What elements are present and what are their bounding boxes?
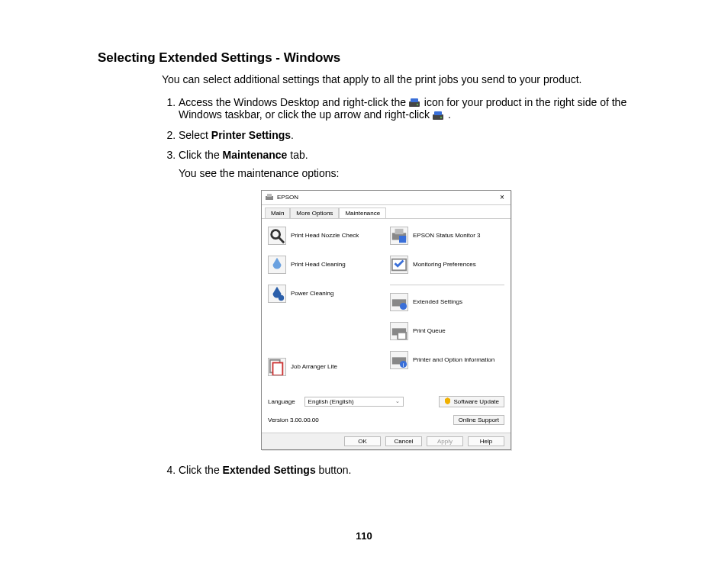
ok-button[interactable]: OK: [344, 436, 381, 446]
product-taskbar-icon: [409, 98, 421, 108]
step-3: Click the Maintenance tab. You see the m…: [179, 149, 630, 450]
svg-line-9: [279, 236, 284, 242]
head-cleaning-button[interactable]: Print Head Cleaning: [268, 256, 382, 274]
svg-rect-15: [399, 236, 406, 243]
step-4-text-c: button.: [316, 464, 352, 476]
language-select[interactable]: English (English) ⌄: [304, 397, 404, 407]
printer-icon: [265, 193, 274, 202]
head-cleaning-icon: [268, 256, 286, 274]
svg-rect-12: [273, 362, 283, 375]
monitoring-pref-icon: [390, 256, 408, 274]
nozzle-check-icon: [268, 227, 286, 245]
product-taskbar-icon-2: [433, 111, 445, 121]
status-monitor-label: EPSON Status Monitor 3: [413, 232, 480, 239]
step-1-text-a: Access the Windows Desktop and right-cli…: [179, 96, 409, 108]
head-cleaning-label: Print Head Cleaning: [291, 261, 346, 268]
step-4-text-a: Click the: [179, 464, 223, 476]
print-queue-icon: [390, 322, 408, 340]
step-2: Select Printer Settings.: [179, 129, 630, 141]
extended-settings-button[interactable]: Extended Settings: [390, 293, 504, 311]
step-4-bold: Extended Settings: [223, 464, 316, 476]
step-2-bold: Printer Settings: [211, 129, 291, 141]
cancel-button[interactable]: Cancel: [385, 436, 422, 446]
svg-rect-20: [398, 332, 406, 339]
print-queue-button[interactable]: Print Queue: [390, 322, 504, 340]
power-cleaning-icon: [268, 285, 286, 303]
printer-info-button[interactable]: i Printer and Option Information: [390, 351, 504, 369]
dialog-tabs: Main More Options Maintenance: [265, 208, 511, 218]
version-text: Version 3.00.00.00: [268, 417, 319, 423]
step-3-bold: Maintenance: [223, 149, 288, 161]
svg-rect-7: [267, 194, 272, 197]
step-4: Click the Extended Settings button.: [179, 464, 630, 476]
job-arranger-button[interactable]: Job Arranger Lite: [268, 358, 382, 376]
step-3-sub: You see the maintenance options:: [179, 167, 630, 179]
help-button[interactable]: Help: [468, 436, 504, 446]
apply-button[interactable]: Apply: [427, 436, 463, 446]
printer-info-label: Printer and Option Information: [413, 356, 494, 363]
chevron-down-icon: ⌄: [395, 398, 400, 404]
step-2-text-c: .: [291, 129, 294, 141]
nozzle-check-label: Print Head Nozzle Check: [291, 232, 359, 239]
tab-main[interactable]: Main: [265, 208, 290, 218]
svg-point-10: [279, 294, 284, 300]
print-queue-label: Print Queue: [413, 327, 446, 334]
software-update-button[interactable]: Software Update: [439, 396, 504, 407]
dialog-titlebar: EPSON ×: [262, 191, 511, 205]
close-icon[interactable]: ×: [497, 192, 507, 203]
page-title: Selecting Extended Settings - Windows: [98, 50, 630, 66]
maintenance-dialog: EPSON × Main More Options Maintenance Pr…: [261, 190, 511, 450]
language-label: Language: [268, 398, 295, 405]
step-3-text-a: Click the: [179, 149, 223, 161]
step-3-text-c: tab.: [287, 149, 308, 161]
steps-list: Access the Windows Desktop and right-cli…: [162, 96, 630, 476]
dialog-buttons: OK Cancel Apply Help: [262, 433, 511, 449]
online-support-button[interactable]: Online Support: [453, 415, 504, 425]
step-2-text-a: Select: [179, 129, 211, 141]
nozzle-check-button[interactable]: Print Head Nozzle Check: [268, 227, 382, 245]
power-cleaning-button[interactable]: Power Cleaning: [268, 285, 382, 303]
svg-point-5: [440, 116, 442, 117]
step-1: Access the Windows Desktop and right-cli…: [179, 96, 630, 121]
page-number: 110: [0, 530, 728, 542]
printer-info-icon: i: [390, 351, 408, 369]
power-cleaning-label: Power Cleaning: [291, 290, 333, 297]
svg-rect-14: [395, 228, 404, 233]
svg-rect-4: [434, 111, 442, 115]
extended-settings-icon: [390, 293, 408, 311]
extended-settings-label: Extended Settings: [413, 298, 462, 305]
svg-rect-1: [411, 98, 418, 102]
tab-maintenance[interactable]: Maintenance: [339, 208, 386, 218]
monitoring-pref-button[interactable]: Monitoring Preferences: [390, 256, 504, 274]
shield-icon: [444, 397, 451, 406]
svg-point-18: [400, 303, 407, 310]
step-1-text-c: .: [448, 108, 451, 121]
job-arranger-label: Job Arranger Lite: [291, 363, 337, 370]
tab-more-options[interactable]: More Options: [290, 208, 339, 218]
monitoring-pref-label: Monitoring Preferences: [413, 261, 476, 268]
language-value: English (English): [308, 398, 354, 405]
job-arranger-icon: [268, 358, 286, 376]
software-update-label: Software Update: [453, 398, 499, 405]
intro-text: You can select additional settings that …: [162, 73, 630, 85]
dialog-title: EPSON: [277, 194, 497, 201]
status-monitor-button[interactable]: EPSON Status Monitor 3: [390, 227, 504, 245]
status-monitor-icon: [390, 227, 408, 245]
svg-point-2: [417, 104, 418, 105]
